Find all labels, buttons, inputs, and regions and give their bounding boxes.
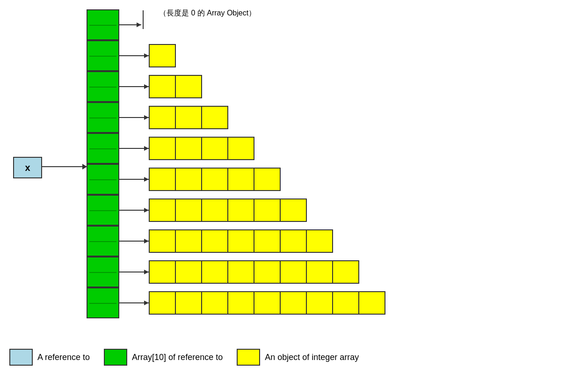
green-cell-6 — [87, 195, 119, 226]
yellow-row-5 — [149, 168, 280, 191]
yellow-cell-5-2 — [201, 168, 228, 191]
yellow-row-1 — [149, 44, 175, 67]
yellow-cell-9-5 — [280, 291, 307, 315]
yellow-cell-5-3 — [227, 168, 254, 191]
green-cell-8 — [87, 257, 119, 287]
green-cell-0 — [87, 9, 119, 40]
yellow-cell-8-3 — [227, 260, 254, 284]
arrowhead-3 — [144, 115, 149, 120]
yellow-cell-9-8 — [358, 291, 385, 315]
arrowhead-8 — [144, 270, 149, 274]
yellow-cell-4-2 — [201, 137, 228, 160]
yellow-cell-6-1 — [175, 199, 202, 222]
yellow-cell-4-1 — [175, 137, 202, 160]
legend: A reference to Array[10] of reference to… — [9, 349, 368, 366]
yellow-cell-8-4 — [254, 260, 281, 284]
yellow-cell-6-3 — [227, 199, 254, 222]
yellow-cell-7-5 — [280, 229, 307, 253]
yellow-cell-8-5 — [280, 260, 307, 284]
legend-yellow-label: An object of integer array — [265, 353, 359, 362]
legend-yellow-box — [237, 349, 260, 366]
yellow-cell-3-2 — [201, 106, 228, 129]
green-cell-1 — [87, 40, 119, 71]
green-array — [87, 9, 119, 318]
yellow-row-7 — [149, 229, 332, 253]
yellow-cell-9-6 — [306, 291, 333, 315]
yellow-cell-1-0 — [149, 44, 176, 67]
legend-green-label: Array[10] of reference to — [132, 353, 223, 362]
yellow-cell-5-4 — [254, 168, 281, 191]
yellow-cell-9-1 — [175, 291, 202, 315]
green-cell-5 — [87, 164, 119, 195]
yellow-cell-9-7 — [332, 291, 359, 315]
x-box: x — [13, 157, 42, 178]
yellow-cell-5-1 — [175, 168, 202, 191]
yellow-cell-8-6 — [306, 260, 333, 284]
green-cell-3 — [87, 102, 119, 133]
arrowhead-2 — [144, 84, 149, 89]
yellow-cell-6-0 — [149, 199, 176, 222]
yellow-cell-8-7 — [332, 260, 359, 284]
yellow-row-6 — [149, 199, 306, 222]
arrowhead-9 — [144, 301, 149, 305]
green-cell-9 — [87, 287, 119, 318]
yellow-cell-5-0 — [149, 168, 176, 191]
yellow-cell-7-1 — [175, 229, 202, 253]
yellow-cell-9-4 — [254, 291, 281, 315]
annotation-line — [143, 10, 144, 29]
yellow-row-8 — [149, 260, 358, 284]
arrowhead-1 — [144, 53, 149, 58]
legend-green-box — [104, 349, 127, 366]
diagram: x （長度是 0 的 Array Object） — [0, 0, 588, 375]
yellow-cell-9-0 — [149, 291, 176, 315]
x-label: x — [25, 162, 30, 173]
arrowhead-5 — [144, 177, 149, 182]
yellow-cell-4-0 — [149, 137, 176, 160]
yellow-row-4 — [149, 137, 254, 160]
green-cell-2 — [87, 71, 119, 102]
yellow-cell-8-0 — [149, 260, 176, 284]
yellow-cell-9-2 — [201, 291, 228, 315]
arrowhead-4 — [144, 146, 149, 151]
yellow-cell-6-2 — [201, 199, 228, 222]
x-arrow — [42, 166, 87, 167]
yellow-cell-3-0 — [149, 106, 176, 129]
green-cell-7 — [87, 226, 119, 257]
yellow-cell-7-6 — [306, 229, 333, 253]
yellow-row-2 — [149, 75, 201, 98]
yellow-row-3 — [149, 106, 227, 129]
yellow-cell-8-2 — [201, 260, 228, 284]
yellow-cell-9-3 — [227, 291, 254, 315]
yellow-cell-8-1 — [175, 260, 202, 284]
legend-blue-label: A reference to — [37, 353, 90, 362]
annotation-text: （長度是 0 的 Array Object） — [159, 8, 256, 18]
yellow-cell-6-5 — [280, 199, 307, 222]
yellow-cell-6-4 — [254, 199, 281, 222]
yellow-cell-7-3 — [227, 229, 254, 253]
yellow-cell-4-3 — [227, 137, 254, 160]
yellow-cell-7-0 — [149, 229, 176, 253]
arrowhead-7 — [144, 239, 149, 243]
legend-blue-box — [9, 349, 33, 366]
yellow-cell-7-4 — [254, 229, 281, 253]
yellow-cell-3-1 — [175, 106, 202, 129]
yellow-cell-7-2 — [201, 229, 228, 253]
green-cell-4 — [87, 133, 119, 164]
yellow-cell-2-1 — [175, 75, 202, 98]
yellow-row-9 — [149, 291, 385, 315]
arrowhead-6 — [144, 208, 149, 213]
yellow-cell-2-0 — [149, 75, 176, 98]
arrowhead-0 — [137, 22, 141, 27]
